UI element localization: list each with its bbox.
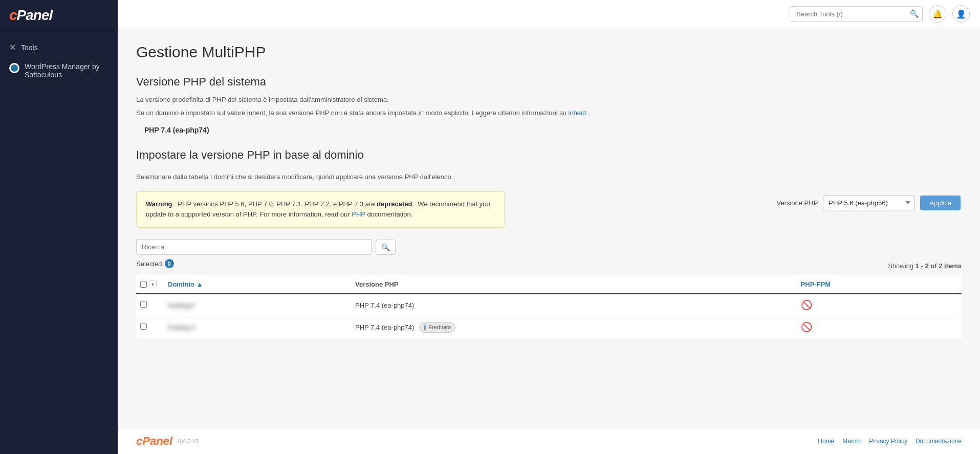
row2-php-fpm: 🚫 xyxy=(795,316,962,338)
warning-box: Warning : PHP versions PHP 5.6, PHP 7.0,… xyxy=(136,191,505,228)
section2-desc: Selezionare dalla tabella i domini che s… xyxy=(136,172,962,182)
search-icon: 🔍 xyxy=(381,243,390,251)
php-selector-row: Versione PHP PHP 5.6 (ea-php56) PHP 7.0 … xyxy=(776,196,962,210)
search-tools-button[interactable]: 🔍 xyxy=(910,10,919,18)
main-content: Gestione MultiPHP Versione PHP del siste… xyxy=(118,28,980,428)
bell-icon: 🔔 xyxy=(932,9,943,19)
warning-bold: Warning xyxy=(146,200,172,208)
footer-link-home[interactable]: Home xyxy=(818,438,834,445)
footer: cPanel 104.0.10 Home Marchi Privacy Poli… xyxy=(118,428,980,454)
footer-link-docs[interactable]: Documentazione xyxy=(916,438,962,445)
row2-checkbox[interactable] xyxy=(140,323,147,330)
warning-text1: : PHP versions PHP 5.6, PHP 7.0, PHP 7.1… xyxy=(174,200,377,208)
table-row: hosting.it PHP 7.4 (ea-php74) 🚫 xyxy=(136,294,962,316)
cpanel-logo: cPanel xyxy=(9,7,108,24)
php-version-label: Versione PHP xyxy=(776,199,818,207)
row1-checkbox[interactable] xyxy=(140,301,147,308)
sidebar: cPanel ✕ Tools WordPress Manager by Soft… xyxy=(0,0,118,454)
showing-range: 1 - 2 of 2 items xyxy=(916,262,962,270)
section2-title: Impostare la versione PHP in base al dom… xyxy=(136,148,962,162)
topbar: 🔍 🔔 👤 xyxy=(118,0,980,28)
selected-info: Selected 0 xyxy=(136,259,174,268)
search-wrapper: 🔍 xyxy=(790,6,923,22)
user-menu-button[interactable]: 👤 xyxy=(952,5,970,23)
sidebar-item-wordpress[interactable]: WordPress Manager by Softaculous xyxy=(0,57,118,84)
row1-domain: hosting.it xyxy=(162,294,349,316)
th-php-fpm[interactable]: PHP-FPM xyxy=(795,275,962,294)
footer-logo: cPanel xyxy=(136,435,172,448)
notifications-button[interactable]: 🔔 xyxy=(929,5,946,23)
user-icon: 👤 xyxy=(956,9,966,19)
footer-version: 104.0.10 xyxy=(177,438,199,444)
inherit-link[interactable]: inherit xyxy=(569,109,586,117)
sidebar-nav: ✕ Tools WordPress Manager by Softaculous xyxy=(0,32,118,89)
table-search-button[interactable]: 🔍 xyxy=(376,240,396,255)
system-php-version: PHP 7.4 (ea-php74) xyxy=(144,126,962,134)
checkbox-dropdown[interactable]: ▾ xyxy=(149,280,157,288)
table-controls: 🔍 xyxy=(136,239,962,255)
sidebar-item-tools[interactable]: ✕ Tools xyxy=(0,37,118,57)
apply-button[interactable]: Applica xyxy=(920,196,961,210)
row1-php-version: PHP 7.4 (ea-php74) xyxy=(349,294,795,316)
php-version-select[interactable]: PHP 5.6 (ea-php56) PHP 7.0 (ea-php70) PH… xyxy=(823,196,915,210)
info-icon: ℹ xyxy=(424,323,426,331)
sidebar-item-tools-label: Tools xyxy=(21,44,38,52)
table-row: hosting.it PHP 7.4 (ea-php74) ℹ Ereditat… xyxy=(136,316,962,338)
section1-desc2: Se un dominio è impostato sul valore inh… xyxy=(136,108,962,118)
inherited-badge: ℹ Ereditato xyxy=(419,322,455,333)
section1-title: Versione PHP del sistema xyxy=(136,75,962,89)
warning-text3: documentation. xyxy=(367,210,412,218)
sidebar-logo: cPanel xyxy=(0,0,118,32)
th-php-version: Versione PHP xyxy=(349,275,795,294)
showing-info: Showing 1 - 2 of 2 items xyxy=(888,262,962,270)
select-all-checkbox[interactable] xyxy=(140,281,147,288)
footer-link-marchi[interactable]: Marchi xyxy=(842,438,861,445)
fpm-disabled-icon-2: 🚫 xyxy=(801,322,812,332)
sort-asc-icon: ▲ xyxy=(197,280,203,288)
domain-table: ▾ Dominio ▲ Versione PHP PHP-FPM xyxy=(136,275,962,338)
search-tools-input[interactable] xyxy=(790,6,923,22)
warning-deprecated: deprecated xyxy=(377,200,412,208)
sidebar-item-wp-label: WordPress Manager by Softaculous xyxy=(25,62,108,79)
section1-desc1: La versione predefinita di PHP del siste… xyxy=(136,95,962,105)
table-search-input[interactable] xyxy=(136,239,372,255)
row2-domain: hosting.it xyxy=(162,316,349,338)
tools-icon: ✕ xyxy=(9,42,16,52)
row2-php-version: PHP 7.4 (ea-php74) ℹ Ereditato xyxy=(349,316,795,338)
selected-count: 0 xyxy=(165,259,174,268)
page-title: Gestione MultiPHP xyxy=(136,44,962,61)
fpm-disabled-icon-1: 🚫 xyxy=(801,300,812,310)
th-domain[interactable]: Dominio ▲ xyxy=(162,275,349,294)
footer-link-privacy[interactable]: Privacy Policy xyxy=(869,438,907,445)
warning-php-link[interactable]: PHP xyxy=(352,210,365,218)
wordpress-icon xyxy=(9,63,19,73)
row1-php-fpm: 🚫 xyxy=(795,294,962,316)
footer-links: Home Marchi Privacy Policy Documentazion… xyxy=(818,438,962,445)
selected-label: Selected xyxy=(136,260,162,268)
